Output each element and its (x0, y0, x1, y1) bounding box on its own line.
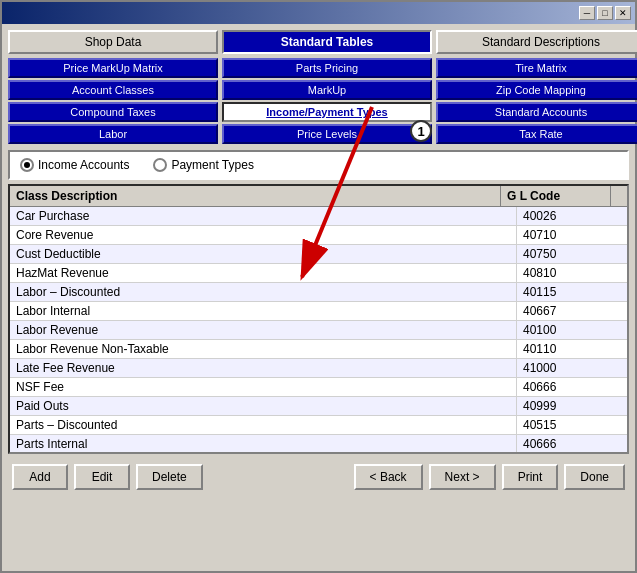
glcode-cell: 40710 (517, 226, 627, 244)
description-cell: Labor Internal (10, 302, 517, 320)
table-row[interactable]: Core Revenue 40710 (10, 226, 627, 245)
description-cell: Late Fee Revenue (10, 359, 517, 377)
description-cell: Labor Revenue Non-Taxable (10, 340, 517, 358)
radio-panel: Income Accounts Payment Types (8, 150, 629, 180)
done-button[interactable]: Done (564, 464, 625, 490)
tire-matrix-button[interactable]: Tire Matrix (436, 58, 637, 78)
description-cell: Parts Internal (10, 435, 517, 453)
main-content: Shop Data Standard Tables Standard Descr… (2, 24, 635, 496)
description-cell: HazMat Revenue (10, 264, 517, 282)
table-row[interactable]: NSF Fee 40666 (10, 378, 627, 397)
income-payment-button[interactable]: Income/Payment Types (222, 102, 432, 122)
col1-header: Class Description (10, 186, 501, 206)
top-nav: Shop Data Standard Tables Standard Descr… (8, 30, 629, 54)
markup-button[interactable]: MarkUp (222, 80, 432, 100)
payment-types-radio-circle (153, 158, 167, 172)
title-bar: ─ □ ✕ (2, 2, 635, 24)
minimize-button[interactable]: ─ (579, 6, 595, 20)
description-cell: Labor – Discounted (10, 283, 517, 301)
description-cell: Core Revenue (10, 226, 517, 244)
glcode-cell: 41000 (517, 359, 627, 377)
table-row[interactable]: Cust Deductible 40750 (10, 245, 627, 264)
next-button[interactable]: Next > (429, 464, 496, 490)
income-accounts-radio[interactable]: Income Accounts (20, 158, 129, 172)
sub-nav-row1: Price MarkUp Matrix Parts Pricing Tire M… (8, 58, 629, 78)
price-levels-button[interactable]: Price Levels (222, 124, 432, 144)
table-row[interactable]: Labor Revenue Non-Taxable 40110 (10, 340, 627, 359)
description-cell: Parts – Discounted (10, 416, 517, 434)
glcode-cell: 40999 (517, 397, 627, 415)
glcode-cell: 40666 (517, 435, 627, 453)
tax-rate-button[interactable]: Tax Rate (436, 124, 637, 144)
zip-code-mapping-button[interactable]: Zip Code Mapping (436, 80, 637, 100)
print-button[interactable]: Print (502, 464, 559, 490)
parts-pricing-button[interactable]: Parts Pricing (222, 58, 432, 78)
table-body: Car Purchase 40026 Core Revenue 40710 Cu… (10, 207, 627, 454)
standard-accounts-button[interactable]: Standard Accounts (436, 102, 637, 122)
main-window: ─ □ ✕ Shop Data Standard Tables Standard… (0, 0, 637, 573)
standard-descriptions-button[interactable]: Standard Descriptions (436, 30, 637, 54)
glcode-cell: 40515 (517, 416, 627, 434)
left-buttons: Add Edit Delete (12, 464, 203, 490)
shop-data-button[interactable]: Shop Data (8, 30, 218, 54)
payment-types-radio[interactable]: Payment Types (153, 158, 254, 172)
table-row[interactable]: HazMat Revenue 40810 (10, 264, 627, 283)
description-cell: Paid Outs (10, 397, 517, 415)
table-row[interactable]: Car Purchase 40026 (10, 207, 627, 226)
account-classes-button[interactable]: Account Classes (8, 80, 218, 100)
income-accounts-label: Income Accounts (38, 158, 129, 172)
sub-nav-row4: Labor Price Levels Tax Rate (8, 124, 629, 144)
sub-nav-row3: Compound Taxes Income/Payment Types Stan… (8, 102, 629, 122)
col2-header: G L Code (501, 186, 611, 206)
glcode-cell: 40026 (517, 207, 627, 225)
table-row[interactable]: Late Fee Revenue 41000 (10, 359, 627, 378)
add-button[interactable]: Add (12, 464, 68, 490)
glcode-cell: 40100 (517, 321, 627, 339)
bottom-bar: Add Edit Delete < Back Next > Print Done (8, 460, 629, 490)
table-header: Class Description G L Code (10, 186, 627, 207)
delete-button[interactable]: Delete (136, 464, 203, 490)
glcode-cell: 40810 (517, 264, 627, 282)
glcode-cell: 40667 (517, 302, 627, 320)
table-row[interactable]: Labor Internal 40667 (10, 302, 627, 321)
description-cell: Labor Revenue (10, 321, 517, 339)
table-row[interactable]: Paid Outs 40999 (10, 397, 627, 416)
description-cell: Car Purchase (10, 207, 517, 225)
compound-taxes-button[interactable]: Compound Taxes (8, 102, 218, 122)
standard-tables-button[interactable]: Standard Tables (222, 30, 432, 54)
table-row[interactable]: Parts – Discounted 40515 (10, 416, 627, 435)
right-buttons: < Back Next > Print Done (354, 464, 625, 490)
sub-nav-row2: Account Classes MarkUp Zip Code Mapping (8, 80, 629, 100)
glcode-cell: 40115 (517, 283, 627, 301)
labor-button[interactable]: Labor (8, 124, 218, 144)
income-accounts-radio-circle (20, 158, 34, 172)
glcode-cell: 40110 (517, 340, 627, 358)
table-row[interactable]: Labor Revenue 40100 (10, 321, 627, 340)
data-table[interactable]: Class Description G L Code Car Purchase … (8, 184, 629, 454)
price-markup-button[interactable]: Price MarkUp Matrix (8, 58, 218, 78)
close-button[interactable]: ✕ (615, 6, 631, 20)
payment-types-label: Payment Types (171, 158, 254, 172)
glcode-cell: 40750 (517, 245, 627, 263)
back-button[interactable]: < Back (354, 464, 423, 490)
table-row[interactable]: Parts Internal 40666 (10, 435, 627, 454)
description-cell: Cust Deductible (10, 245, 517, 263)
description-cell: NSF Fee (10, 378, 517, 396)
table-row[interactable]: Labor – Discounted 40115 (10, 283, 627, 302)
glcode-cell: 40666 (517, 378, 627, 396)
maximize-button[interactable]: □ (597, 6, 613, 20)
edit-button[interactable]: Edit (74, 464, 130, 490)
step-badge: 1 (410, 120, 432, 142)
